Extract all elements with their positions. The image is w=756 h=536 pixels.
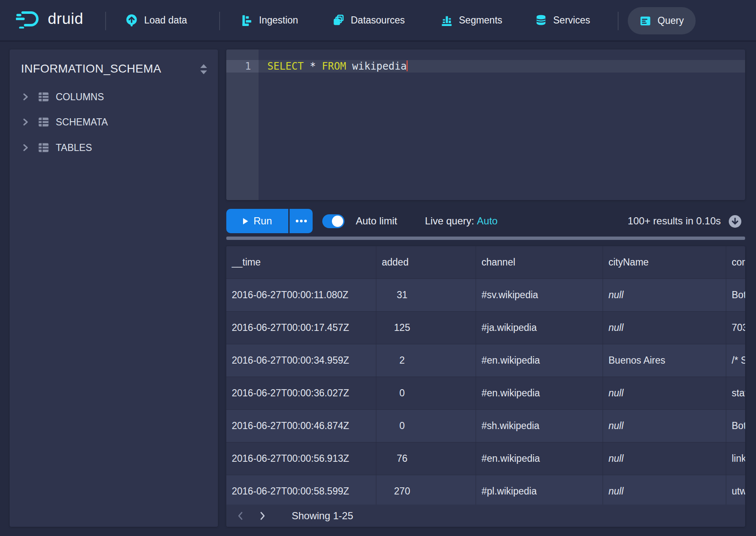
cell-__time: 2016-06-27T00:00:46.874Z [226,410,376,442]
cell-comment: /* S [726,344,745,377]
cell-__time: 2016-06-27T00:00:36.027Z [226,377,376,410]
text-cursor [406,60,408,71]
sort-double-caret-icon[interactable] [197,61,210,81]
cell-channel: #ja.wikipedia [476,312,603,344]
nav-divider [219,12,220,30]
cell-comment: utw [726,475,745,508]
run-button-label: Run [254,215,272,227]
column-header-comment[interactable]: comment [726,246,745,278]
run-more-options-button[interactable] [290,209,313,233]
table-grid-icon [38,116,49,128]
cell-__time: 2016-06-27T00:00:17.457Z [226,312,376,344]
database-icon [535,14,547,26]
query-results-panel: __time added channel cityName comment 20… [226,246,745,527]
cell-cityName: null [603,475,726,508]
nav-item-query[interactable]: Query [628,7,696,34]
cell-cityName: null [603,377,726,410]
cell-cityName: null [603,410,726,442]
nav-divider [105,12,106,30]
column-header-channel[interactable]: channel [476,246,603,278]
nav-item-label: Datasources [351,15,405,26]
cell-comment: 703 [726,312,745,344]
nav-item-label: Segments [459,15,502,26]
cell-added: 270 [376,475,476,508]
nav-item-services[interactable]: Services [535,0,590,40]
showing-range-text: Showing 1-25 [292,510,353,522]
sidebar-item-columns[interactable]: COLUMNS [21,88,104,106]
cell-added: 0 [376,377,476,410]
cell-cityName: Buenos Aires [603,344,726,377]
sql-table-name: wikipedia [352,60,406,72]
live-query-label: Live query: Auto [425,209,497,233]
column-header-cityName[interactable]: cityName [603,246,726,278]
chevron-right-icon [21,92,30,102]
cell-cityName: null [603,312,726,344]
nav-item-label: Ingestion [259,15,298,26]
nav-divider [618,12,619,30]
table-row: 2016-06-27T00:00:34.959Z2#en.wikipediaBu… [226,344,745,377]
datasources-stack-icon [333,14,344,26]
cell-added: 31 [376,279,476,312]
ellipsis-icon [295,219,307,223]
pagination-footer: Showing 1-25 [226,505,745,527]
sql-keyword: SELECT [267,60,304,72]
nav-item-label: Load data [144,15,187,26]
druid-logo-icon [16,9,42,29]
cell-__time: 2016-06-27T00:00:58.599Z [226,475,376,508]
cell-added: 2 [376,344,476,377]
cell-channel: #en.wikipedia [476,377,603,410]
column-header-added[interactable]: added [376,246,476,278]
nav-item-label: Query [658,15,684,26]
ingestion-chart-icon [241,14,253,26]
top-nav: druid Load data Ingestion [0,0,756,42]
cell-added: 76 [376,442,476,475]
brand-word: druid [48,10,83,28]
druid-logo[interactable]: druid [16,9,83,29]
cell-added: 0 [376,410,476,442]
cell-__time: 2016-06-27T00:00:34.959Z [226,344,376,377]
run-button-group: Run [226,209,313,233]
panel-resize-handle[interactable] [226,237,745,240]
results-count-text: 100+ results in 0.10s [628,209,721,233]
table-grid-icon [38,142,49,154]
table-row: 2016-06-27T00:00:58.599Z270#pl.wikipedia… [226,475,745,508]
table-row: 2016-06-27T00:00:36.027Z0#en.wikipedianu… [226,377,745,410]
nav-item-ingestion[interactable]: Ingestion [241,0,298,40]
sidebar-item-schemata[interactable]: SCHEMATA [21,113,108,131]
cell-cityName: null [603,279,726,312]
sidebar-item-label: SCHEMATA [56,117,108,128]
results-header-row: __time added channel cityName comment [226,246,745,279]
cell-channel: #en.wikipedia [476,442,603,475]
line-number: 1 [226,60,251,73]
cell-added: 125 [376,312,476,344]
sidebar-item-label: TABLES [56,142,92,154]
play-icon [243,218,249,225]
cell-__time: 2016-06-27T00:00:11.080Z [226,279,376,312]
cell-__time: 2016-06-27T00:00:56.913Z [226,442,376,475]
chevron-right-icon [21,143,30,153]
sidebar-item-tables[interactable]: TABLES [21,139,92,156]
nav-item-load-data[interactable]: Load data [125,0,187,40]
auto-limit-label: Auto limit [356,209,397,233]
download-results-button[interactable] [728,215,742,230]
table-body: 2016-06-27T00:00:11.080Z31#sv.wikipedian… [226,279,745,508]
sql-code-line[interactable]: SELECT * FROM wikipedia [267,60,408,73]
cell-channel: #pl.wikipedia [476,475,603,508]
table-row: 2016-06-27T00:00:56.913Z76#en.wikipedian… [226,442,745,475]
cell-channel: #en.wikipedia [476,344,603,377]
sql-star: * [310,60,316,72]
nav-item-segments[interactable]: Segments [441,0,502,40]
next-page-button[interactable] [254,507,271,524]
schema-title: INFORMATION_SCHEMA [21,62,161,75]
run-button[interactable]: Run [226,209,288,233]
column-header-time[interactable]: __time [226,246,376,278]
table-row: 2016-06-27T00:00:11.080Z31#sv.wikipedian… [226,279,745,312]
sidebar-item-label: COLUMNS [56,91,104,103]
live-query-value[interactable]: Auto [477,215,497,226]
cell-channel: #sv.wikipedia [476,279,603,312]
auto-limit-toggle[interactable] [322,214,344,228]
prev-page-button[interactable] [232,507,249,524]
nav-item-datasources[interactable]: Datasources [333,0,405,40]
cell-cityName: null [603,442,726,475]
nav-item-label: Services [553,15,590,26]
